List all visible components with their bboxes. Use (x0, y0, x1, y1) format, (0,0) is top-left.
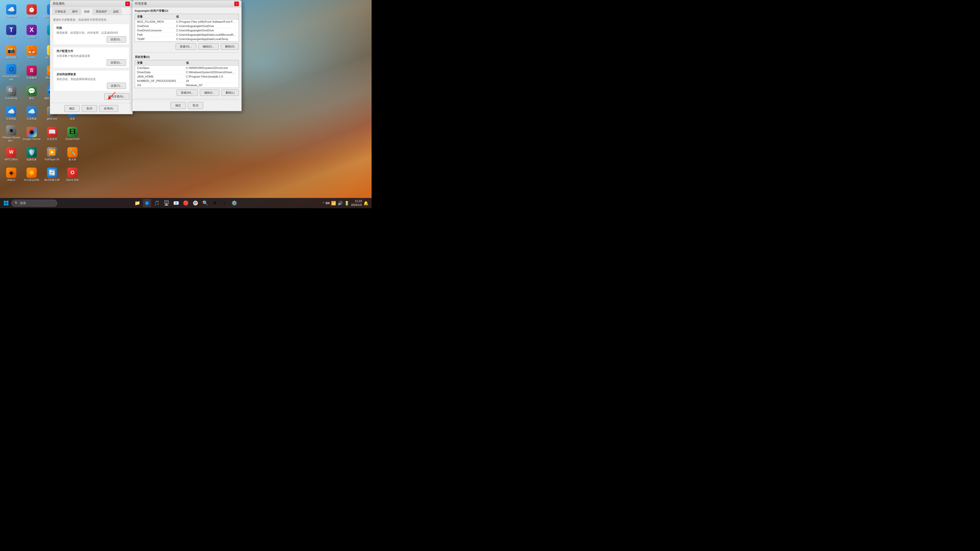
taskbar-youdao-icon[interactable]: ♪ (221, 199, 229, 207)
desktop-icon-geshi[interactable]: 🔄 格式转换大师 (42, 164, 62, 185)
taskbar-feishu-icon[interactable]: ✈ (211, 199, 219, 207)
sys-var-name-comspec: ComSpec (135, 66, 184, 70)
desktop-icon-wps[interactable]: W WPS Office (1, 144, 21, 164)
desktop-icon-vsc[interactable]: ⬡ Visual Studio Code (1, 62, 21, 83)
desktop-icon-guanjia[interactable]: 🛡️ 电脑管家 (21, 144, 42, 164)
user-var-row-onedriveconsumer[interactable]: OneDriveConsumer C:\Users\liuguanglei\On… (135, 28, 239, 33)
env-vars-cancel-button[interactable]: 取消 (188, 102, 203, 109)
jingdong-label: 京东读书 (47, 138, 57, 141)
sys-vars-btn-row: 新建(W)... 编辑(I)... 删除(L) (132, 88, 242, 97)
sys-vars-table: 变量 值 ComSpec C:\WINDOWS\system32\cmd.exe… (135, 60, 239, 88)
desktop-icon-baidupan[interactable]: ☁️ 百度网盘 (1, 103, 21, 124)
user-var-row-onedrive[interactable]: OneDrive C:\Users\liuguanglei\OneDrive (135, 24, 239, 28)
user-var-name-path: Path (135, 33, 174, 37)
desktop-icon-screentogif[interactable]: 🎞 ScreenToGif (62, 124, 83, 144)
system-properties-dialog: 系统属性 × 计算机名 硬件 高级 系统保护 远程 要进行大多数更改，你必须作为… (50, 0, 133, 114)
desktop-icon-baidu3[interactable]: ☁️ 百度网盘 (21, 103, 42, 124)
sys-var-row-os[interactable]: OS Windows_NT (135, 83, 239, 87)
jietu-label: 截图截频 (6, 56, 16, 59)
volume-icon[interactable]: 🔊 (338, 201, 343, 206)
performance-desc: 视觉效果、处理器计划、内存使用，以及虚拟内存 (56, 31, 126, 35)
desktop-icon-onedrive[interactable]: ☁️ OneDrive (1, 1, 21, 21)
baidu3-label: 百度网盘 (27, 118, 37, 121)
user-var-row-moz[interactable]: MOZ_PLUGIN_PATH C:\Program Files (x86)\F… (135, 20, 239, 24)
sys-var-row-numproc[interactable]: NUMBER_OF_PROCESSORS 24 (135, 79, 239, 83)
desktop-icon-typora[interactable]: T Typora (1, 21, 21, 42)
screentogif-icon: 🎞 (67, 127, 78, 137)
sys-tray-chevron[interactable]: ^ (323, 201, 324, 205)
sys-vars-new-button[interactable]: 新建(W)... (177, 89, 198, 96)
chrome-label: Google Chrome (23, 138, 41, 141)
user-vars-table: 变量 值 MOZ_PLUGIN_PATH C:\Program Files (x… (135, 14, 239, 42)
desktop-icon-xiangrikui[interactable]: ☀️ 向日葵运控制 (21, 164, 42, 185)
taskbar-display-icon[interactable]: 🖥️ (162, 199, 170, 207)
desktop-icon-firefox[interactable]: 🦊 Firefox (21, 42, 42, 62)
sys-var-row-comspec[interactable]: ComSpec C:\WINDOWS\system32\cmd.exe (135, 66, 239, 70)
env-footer-separator (135, 98, 239, 99)
sys-props-ok-button[interactable]: 确定 (64, 105, 80, 112)
desktop-icon-jietu[interactable]: 📸 截图截频 (1, 42, 21, 62)
desktop-icon-jingdong[interactable]: 📖 京东读书 (42, 124, 62, 144)
startup-recovery-settings-button[interactable]: 设置(T)... (107, 83, 126, 89)
taskbar-browser-icon[interactable]: ε (143, 199, 151, 207)
sys-vars-table-container[interactable]: 变量 值 ComSpec C:\WINDOWS\system32\cmd.exe… (135, 60, 239, 88)
tab-sys-protection[interactable]: 系统保护 (93, 8, 110, 14)
desktop-icon-fanyiw[interactable]: 百 百度翻译 (21, 62, 42, 83)
sys-props-close-button[interactable]: × (125, 2, 130, 6)
desktop-icon-xenlid[interactable]: X Xenlid (21, 21, 42, 42)
tab-computer-name[interactable]: 计算机名 (52, 8, 69, 14)
taskbar-red-icon[interactable]: 🔴 (182, 199, 190, 207)
sys-var-name-numproc: NUMBER_OF_PROCESSORS (135, 79, 184, 83)
user-vars-delete-button[interactable]: 删除(D) (221, 43, 239, 50)
desktop-icon-grid: ☁️ OneDrive T Typora 📸 截图截频 ⬡ Visual Stu… (0, 0, 25, 198)
desktop-icon-clock[interactable]: ⏰ 闹钟计时 (21, 1, 42, 21)
typora-label: Typora (7, 36, 15, 39)
tab-remote[interactable]: 远程 (110, 8, 121, 14)
user-var-name-onedriveconsumer: OneDriveConsumer (135, 28, 174, 33)
env-vars-ok-button[interactable]: 确定 (170, 102, 186, 109)
edge-taskbar-icon: ε (145, 201, 149, 205)
taskbar-chrome-taskbar-icon[interactable] (191, 199, 200, 207)
env-vars-close-button[interactable]: × (234, 2, 239, 6)
user-vars-table-container[interactable]: 变量 值 MOZ_PLUGIN_PATH C:\Program Files (x… (135, 14, 239, 42)
desktop-icon-chrome[interactable]: ◉ Google Chrome (21, 124, 42, 144)
network-icon[interactable]: 📶 (331, 201, 336, 206)
user-vars-new-button[interactable]: 新建(N)... (176, 43, 196, 50)
sys-var-row-javahome[interactable]: JAVA_HOME C:\Program Files\Java\jdk-1.8 (135, 75, 239, 79)
user-var-value-onedriveconsumer: C:\Users\liuguanglei\OneDrive (174, 28, 239, 33)
admin-note: 要进行大多数更改，你必须作为管理员登录。 (53, 18, 129, 22)
tab-advanced[interactable]: 高级 (81, 8, 92, 15)
start-button[interactable] (2, 199, 10, 207)
sys-props-apply-button[interactable]: 应用(A) (99, 105, 118, 112)
everything-label: Everything (5, 97, 17, 100)
user-var-row-path[interactable]: Path C:\Users\liuguanglei\AppData\Local\… (135, 33, 239, 37)
sys-props-cancel-button[interactable]: 取消 (82, 105, 97, 112)
tab-hardware[interactable]: 硬件 (69, 8, 81, 14)
desktop-icon-opera[interactable]: O Opera 浏览 (62, 164, 83, 185)
desktop-icon-drawio[interactable]: ◈ draw.io (1, 164, 21, 185)
taskbar-everything-taskbar-icon[interactable]: ⚙️ (230, 199, 239, 207)
sys-vars-edit-button[interactable]: 编辑(I)... (200, 89, 219, 96)
desktop-icon-potplayer[interactable]: ▶️ PotPlayer 64 (42, 144, 62, 164)
performance-settings-button[interactable]: 设置(S)... (107, 36, 126, 43)
sys-vars-delete-button[interactable]: 删除(L) (221, 89, 239, 96)
desktop-icon-ludajishi[interactable]: 🔧 鲁大师 (62, 144, 83, 164)
user-var-row-temp[interactable]: TEMP C:\Users\liuguanglei\AppData\Local\… (135, 37, 239, 41)
notification-icon[interactable]: 🔔 (363, 201, 369, 206)
taskbar-explorer-icon[interactable]: 📁 (133, 199, 142, 207)
sys-props-controls: × (125, 2, 130, 6)
desktop-icon-vmware[interactable]: ▣ VMware Workstatio... (1, 124, 21, 144)
user-profile-settings-button[interactable]: 设置(E)... (107, 59, 126, 66)
taskbar-search-box[interactable]: 🔍 搜索 (11, 200, 57, 206)
taskbar-mail-icon[interactable]: 📧 (172, 199, 180, 207)
sys-var-row-driverdata[interactable]: DriverData C:\Windows\System32\Drivers\D… (135, 70, 239, 75)
desktop-icon-everything[interactable]: 🔍 Everything (1, 83, 21, 103)
taskbar-music-icon[interactable]: 🎵 (153, 199, 161, 207)
env-vars-footer: 确定 取消 (132, 100, 242, 111)
taskbar-search2-icon[interactable]: 🔍 (201, 199, 209, 207)
user-vars-edit-button[interactable]: 编辑(E)... (198, 43, 219, 50)
battery-icon[interactable]: 🔋 (344, 201, 349, 206)
svg-rect-1 (4, 201, 6, 203)
desktop-icon-wechat[interactable]: 💬 微信 (21, 83, 42, 103)
language-indicator[interactable]: EN (326, 202, 329, 205)
